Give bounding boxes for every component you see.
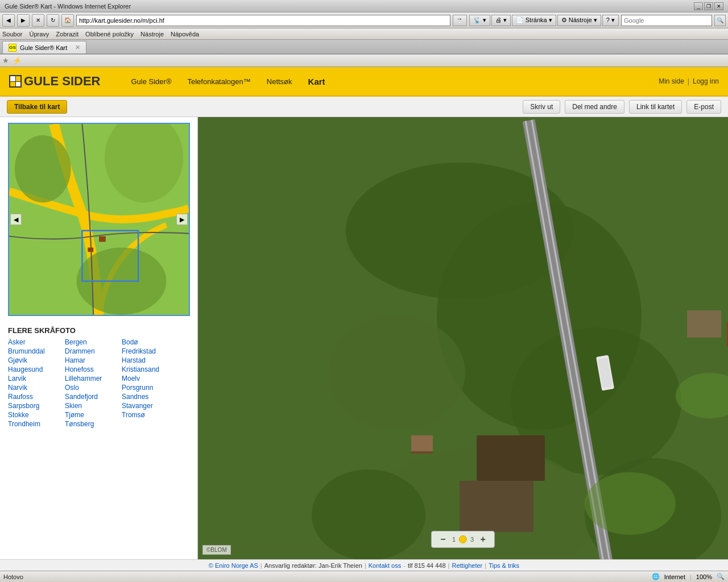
- close-button[interactable]: ✕: [714, 2, 723, 10]
- city-moelv[interactable]: Moelv: [122, 375, 173, 383]
- svg-point-1: [14, 135, 71, 203]
- city-hamar[interactable]: Hamar: [65, 356, 116, 364]
- city-trondheim[interactable]: Trondheim: [8, 420, 59, 428]
- window-controls: _ ❐ ✕: [694, 2, 723, 10]
- map-area[interactable]: − 1 3 + ©BLOM: [198, 117, 728, 559]
- nav-kart[interactable]: Kart: [300, 74, 333, 89]
- city-sandnes[interactable]: Sandnes: [122, 393, 173, 401]
- minimize-button[interactable]: _: [694, 2, 703, 10]
- city-haugesund[interactable]: Haugesund: [8, 365, 59, 373]
- browser-menubar: Soubor Úpravy Zobrazit Oblíbené položky …: [0, 28, 728, 40]
- city-raufoss[interactable]: Raufoss: [8, 393, 59, 401]
- status-text: Hotovo: [3, 573, 23, 580]
- menu-soubor[interactable]: Soubor: [2, 31, 22, 38]
- city-larvik[interactable]: Larvik: [8, 375, 59, 383]
- eniro-link[interactable]: © Eniro Norge AS: [209, 562, 258, 569]
- skriv-ut-button[interactable]: Skriv ut: [523, 100, 560, 114]
- logg-inn-link[interactable]: Logg inn: [693, 77, 719, 85]
- status-zoom: 100%: [696, 573, 712, 580]
- address-bar[interactable]: [76, 15, 450, 26]
- city-bodo[interactable]: Bodø: [122, 338, 173, 346]
- print-button[interactable]: 🖨 ▾: [491, 15, 511, 26]
- app-header: GULE SIDER Gule Sider® Telefonkatalogen™…: [0, 67, 728, 97]
- footer-kontakt[interactable]: Kontakt oss: [369, 562, 401, 569]
- city-kristiansand[interactable]: Kristiansand: [122, 365, 173, 373]
- nav-gule-sider[interactable]: Gule Sider®: [123, 75, 179, 88]
- city-tjome[interactable]: Tjøme: [65, 411, 116, 419]
- section-title: FLERE SKRÅFOTO: [8, 326, 189, 335]
- city-sandefjord[interactable]: Sandefjord: [65, 393, 116, 401]
- svg-point-47: [585, 472, 676, 535]
- refresh-button[interactable]: ↻: [47, 14, 59, 27]
- status-bar: Hotovo 🌐 Internet | 100% 🔍: [0, 571, 728, 582]
- footer: © Eniro Norge AS | Ansvarlig redaktør: J…: [0, 559, 728, 571]
- forward-button[interactable]: ▶: [17, 14, 30, 27]
- help-button[interactable]: ? ▾: [602, 15, 619, 26]
- city-oslo[interactable]: Oslo: [65, 384, 116, 392]
- zoom-out-button[interactable]: −: [437, 534, 449, 545]
- city-narvik[interactable]: Narvik: [8, 384, 59, 392]
- menu-upravy[interactable]: Úpravy: [29, 31, 49, 38]
- footer-rettigheter[interactable]: Rettigheter: [452, 562, 482, 569]
- main-nav: Gule Sider® Telefonkatalogen™ Nettsøk Ka…: [123, 74, 333, 89]
- back-button[interactable]: ◀: [2, 14, 15, 27]
- city-drammen[interactable]: Drammen: [65, 347, 116, 355]
- tab-close-icon[interactable]: ✕: [75, 44, 80, 51]
- main-content: 715 ◀ ▶ FLERE SKRÅFOTO Asker Brumunddal …: [0, 117, 728, 559]
- tools-button[interactable]: ⚙ Nástroje ▾: [557, 15, 601, 26]
- city-gjovik[interactable]: Gjøvik: [8, 356, 59, 364]
- city-lillehammer[interactable]: Lillehammer: [65, 375, 116, 383]
- menu-zobrazit[interactable]: Zobrazit: [56, 31, 78, 38]
- city-harstad[interactable]: Harstad: [122, 356, 173, 364]
- minimap-arrow-right[interactable]: ▶: [176, 214, 188, 225]
- logo-icon-cell-2: [16, 76, 21, 81]
- min-side-link[interactable]: Min side: [659, 77, 684, 85]
- city-tonsberg[interactable]: Tønsberg: [65, 420, 116, 428]
- e-post-button[interactable]: E-post: [686, 100, 721, 114]
- mini-map[interactable]: 715 ◀ ▶: [8, 123, 190, 316]
- zoom-level-1[interactable]: 1: [452, 536, 456, 543]
- menu-oblibene[interactable]: Oblíbené položky: [85, 31, 134, 38]
- status-icon-globe: 🌐: [652, 573, 660, 580]
- city-skien[interactable]: Skien: [65, 402, 116, 410]
- menu-napoveda[interactable]: Nápověda: [171, 31, 199, 38]
- link-til-kartet-button[interactable]: Link til kartet: [629, 100, 682, 114]
- zoom-level-3[interactable]: 3: [470, 536, 474, 543]
- city-tromso[interactable]: Tromsø: [122, 411, 173, 419]
- browser-tab[interactable]: GS Gule Sider® Kart ✕: [2, 41, 86, 53]
- city-brumunddal[interactable]: Brumunddal: [8, 347, 59, 355]
- tab-label: Gule Sider® Kart: [20, 44, 67, 51]
- menu-nastroje[interactable]: Nástroje: [140, 31, 164, 38]
- zoom-in-button[interactable]: +: [477, 534, 489, 545]
- city-fredrikstad[interactable]: Fredrikstad: [122, 347, 173, 355]
- restore-button[interactable]: ❐: [704, 2, 713, 10]
- footer-tips[interactable]: Tips & triks: [489, 562, 519, 569]
- go-button[interactable]: →: [453, 15, 467, 26]
- footer-separator-1: |: [260, 562, 262, 569]
- favorites-star2[interactable]: ⚡: [13, 56, 22, 65]
- tilbake-til-kart-button[interactable]: Tilbake til kart: [7, 100, 67, 114]
- nav-nettsok[interactable]: Nettsøk: [259, 75, 300, 88]
- city-stokke[interactable]: Stokke: [8, 411, 59, 419]
- zoom-dot-2[interactable]: [459, 535, 467, 543]
- search-input[interactable]: [621, 15, 712, 26]
- feeds-button[interactable]: 📡 ▾: [469, 15, 490, 26]
- logo-icon-cell-1: [10, 76, 15, 81]
- minimap-arrow-left[interactable]: ◀: [10, 214, 22, 225]
- svg-rect-39: [477, 435, 545, 481]
- del-med-andre-button[interactable]: Del med andre: [565, 100, 624, 114]
- footer-separator-5: |: [485, 562, 486, 569]
- city-honefoss[interactable]: Honefoss: [65, 365, 116, 373]
- nav-telefonkatalogen[interactable]: Telefonkatalogen™: [179, 75, 258, 88]
- page-button[interactable]: 📄 Stránka ▾: [512, 15, 556, 26]
- favorites-star[interactable]: ★: [2, 56, 9, 65]
- svg-rect-5: [88, 247, 93, 252]
- city-asker[interactable]: Asker: [8, 338, 59, 346]
- city-porsgrunn[interactable]: Porsgrunn: [122, 384, 173, 392]
- stop-button[interactable]: ✕: [32, 14, 44, 27]
- city-sarpsborg[interactable]: Sarpsborg: [8, 402, 59, 410]
- city-stavanger[interactable]: Stavanger: [122, 402, 173, 410]
- home-button[interactable]: 🏠: [61, 14, 74, 27]
- search-go-button[interactable]: 🔍: [714, 15, 726, 26]
- city-bergen[interactable]: Bergen: [65, 338, 116, 346]
